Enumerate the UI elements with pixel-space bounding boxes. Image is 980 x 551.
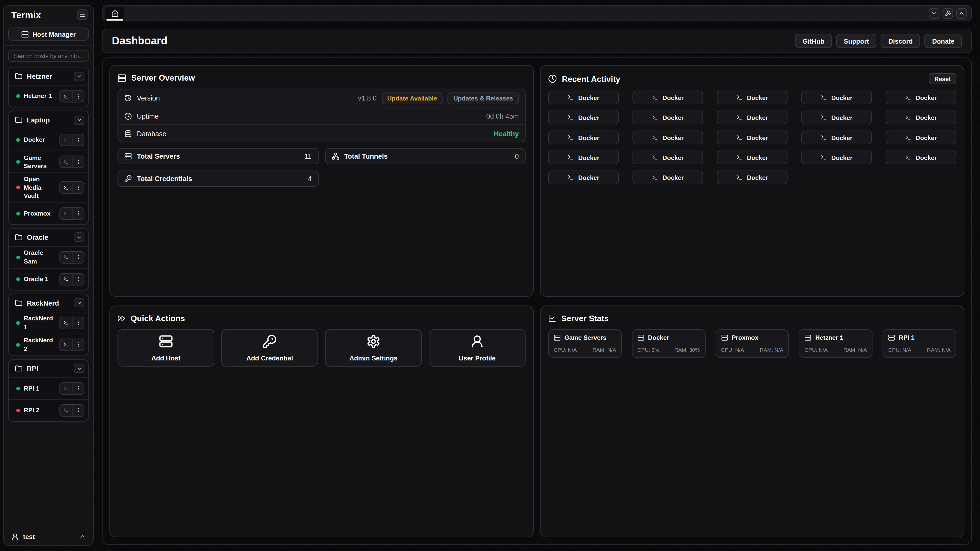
- quick-action-label: Add Host: [151, 354, 180, 362]
- host-menu-button[interactable]: [72, 405, 84, 416]
- activity-item-button[interactable]: Docker: [548, 110, 619, 124]
- group-collapse-button[interactable]: [74, 298, 84, 307]
- support-button[interactable]: Support: [836, 34, 877, 48]
- open-terminal-button[interactable]: [60, 156, 72, 167]
- host-row-docker[interactable]: Docker: [9, 129, 88, 151]
- open-terminal-button[interactable]: [60, 273, 72, 284]
- host-menu-button[interactable]: [72, 135, 84, 146]
- activity-item-button[interactable]: Docker: [717, 110, 788, 124]
- activity-item-button[interactable]: Docker: [632, 130, 703, 144]
- activity-item-button[interactable]: Docker: [632, 171, 703, 184]
- host-menu-button[interactable]: [72, 156, 84, 167]
- group-collapse-button[interactable]: [74, 232, 84, 242]
- open-terminal-button[interactable]: [60, 91, 72, 102]
- quick-action-add-host[interactable]: Add Host: [118, 329, 215, 367]
- open-terminal-button[interactable]: [60, 405, 72, 416]
- host-row-rpi-2[interactable]: RPI 2: [9, 399, 88, 421]
- activity-item-button[interactable]: Docker: [801, 130, 872, 144]
- host-row-oracle-1[interactable]: Oracle 1: [9, 268, 88, 289]
- activity-item-button[interactable]: Docker: [886, 151, 956, 164]
- host-menu-button[interactable]: [72, 91, 84, 102]
- overview-box: Version v1.8.0 Update Available Updates …: [118, 89, 525, 143]
- activity-item-button[interactable]: Docker: [548, 130, 619, 144]
- user-menu[interactable]: test: [4, 527, 93, 545]
- terminal-icon: [63, 210, 68, 216]
- activity-item-button[interactable]: Docker: [632, 151, 703, 164]
- total-label: Total Tunnels: [344, 152, 388, 160]
- activity-item-button[interactable]: Docker: [548, 151, 619, 164]
- activity-item-button[interactable]: Docker: [632, 91, 703, 104]
- quick-action-add-credential[interactable]: Add Credential: [221, 329, 318, 367]
- host-menu-button[interactable]: [72, 251, 84, 263]
- group-header-racknerd[interactable]: RackNerd: [9, 294, 88, 311]
- tab-home[interactable]: [105, 7, 124, 21]
- host-actions: [59, 251, 84, 263]
- host-row-racknerd-2[interactable]: RackNerd 2: [9, 333, 88, 355]
- activity-item-label: Docker: [831, 154, 853, 161]
- open-terminal-button[interactable]: [60, 208, 72, 219]
- group-header-oracle[interactable]: Oracle: [9, 228, 88, 246]
- github-button[interactable]: GitHub: [795, 34, 832, 48]
- group-collapse-button[interactable]: [74, 364, 84, 373]
- kebab-icon: [75, 342, 81, 348]
- activity-item-button[interactable]: Docker: [801, 91, 872, 104]
- host-menu-button[interactable]: [72, 208, 84, 219]
- group-collapse-button[interactable]: [74, 115, 84, 125]
- group-header-laptop[interactable]: Laptop: [9, 111, 88, 129]
- host-menu-button[interactable]: [72, 383, 84, 394]
- terminal-icon: [568, 94, 574, 100]
- host-menu-button[interactable]: [72, 273, 84, 284]
- menu-button[interactable]: [77, 10, 88, 20]
- activity-item-button[interactable]: Docker: [717, 130, 788, 144]
- reset-button[interactable]: Reset: [929, 73, 956, 84]
- chevron-down-button[interactable]: [929, 8, 939, 19]
- chevron-up-button[interactable]: [956, 8, 967, 19]
- activity-item-button[interactable]: Docker: [886, 110, 956, 124]
- host-menu-button[interactable]: [72, 182, 84, 193]
- group-collapse-button[interactable]: [74, 71, 84, 81]
- host-row-oracle-sam[interactable]: Oracle Sam: [9, 246, 88, 268]
- activity-item-button[interactable]: Docker: [632, 110, 703, 124]
- host-row-game-servers[interactable]: Game Servers: [9, 151, 88, 172]
- stat-card-docker: Docker CPU: 6% RAM: 30%: [632, 329, 705, 358]
- open-terminal-button[interactable]: [60, 135, 72, 146]
- activity-item-button[interactable]: Docker: [717, 151, 788, 164]
- recent-activity-header: Recent Activity Reset: [548, 73, 956, 84]
- activity-item-button[interactable]: Docker: [801, 151, 872, 164]
- quick-action-user-profile[interactable]: User Profile: [429, 329, 526, 367]
- search-input[interactable]: [8, 50, 89, 62]
- host-row-open-media-vault[interactable]: Open Media Vault: [9, 172, 88, 202]
- host-row-hetzner-1[interactable]: Hetzner 1: [9, 85, 88, 107]
- terminal-icon: [652, 154, 658, 160]
- stat-host-name: Docker: [648, 334, 669, 341]
- host-row-rpi-1[interactable]: RPI 1: [9, 377, 88, 399]
- activity-item-button[interactable]: Docker: [801, 110, 872, 124]
- donate-button[interactable]: Donate: [924, 34, 962, 48]
- activity-item-button[interactable]: Docker: [717, 171, 788, 184]
- hammer-button[interactable]: [942, 8, 953, 19]
- quick-action-admin-settings[interactable]: Admin Settings: [325, 329, 422, 367]
- activity-item-button[interactable]: Docker: [886, 91, 956, 104]
- open-terminal-button[interactable]: [60, 251, 72, 263]
- host-row-racknerd-1[interactable]: RackNerd 1: [9, 311, 88, 333]
- open-terminal-button[interactable]: [60, 383, 72, 394]
- host-manager-button[interactable]: Host Manager: [8, 27, 89, 41]
- host-menu-button[interactable]: [72, 317, 84, 328]
- host-manager-section: Host Manager: [4, 24, 93, 46]
- open-terminal-button[interactable]: [60, 317, 72, 328]
- discord-button[interactable]: Discord: [881, 34, 920, 48]
- activity-item-button[interactable]: Docker: [548, 91, 619, 104]
- activity-item-button[interactable]: Docker: [886, 130, 956, 144]
- activity-item-button[interactable]: Docker: [717, 91, 788, 104]
- stat-ram: RAM: N/A: [927, 347, 951, 353]
- stat-host-name: Game Servers: [564, 334, 606, 341]
- updates-releases-button[interactable]: Updates & Releases: [448, 92, 519, 104]
- open-terminal-button[interactable]: [60, 339, 72, 350]
- group-header-rpi[interactable]: RPI: [9, 359, 88, 377]
- update-available-button[interactable]: Update Available: [382, 92, 443, 104]
- host-menu-button[interactable]: [72, 339, 84, 350]
- host-row-proxmox[interactable]: Proxmox: [9, 202, 88, 224]
- open-terminal-button[interactable]: [60, 182, 72, 193]
- activity-item-button[interactable]: Docker: [548, 171, 619, 184]
- group-header-hetzner[interactable]: Hetzner: [9, 67, 88, 85]
